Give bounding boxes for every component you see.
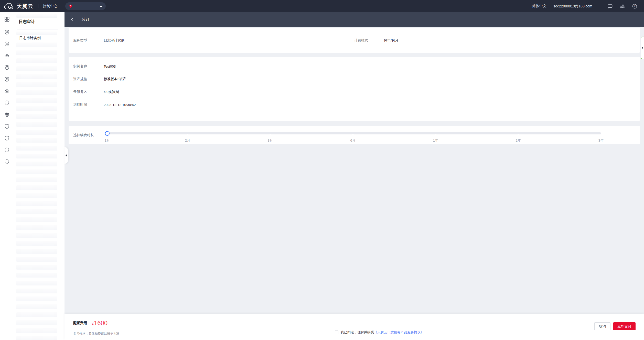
skeleton-row [16, 14, 57, 18]
skeleton-row [16, 328, 57, 333]
shield-cloud-icon-2[interactable] [4, 65, 10, 70]
slider-tick-dot [270, 134, 271, 135]
service-type-value: 日志审计实例 [104, 38, 124, 43]
shield-cloud-icon[interactable] [4, 29, 10, 35]
apps-grid-icon[interactable] [0, 12, 14, 26]
chevron-left-icon [66, 154, 67, 157]
agreement-link[interactable]: 《天翼云日志服务产品服务协议》 [374, 330, 424, 335]
back-button[interactable] [70, 17, 75, 22]
skeleton-row [16, 58, 57, 63]
right-panel-handle[interactable] [641, 37, 644, 59]
skeleton-row [16, 130, 57, 135]
navbar-right: 简体中文 sec22080013@163.com ? [532, 4, 637, 9]
skeleton-row [16, 162, 57, 166]
skeleton-row [16, 90, 57, 95]
audit-target-icon[interactable] [4, 112, 10, 118]
icon-rail [0, 12, 14, 340]
skeleton-row [16, 225, 57, 230]
service-type-field: 服务类型 日志审计实例 [73, 38, 354, 43]
skeleton-row [16, 106, 57, 111]
shield-icon-3[interactable] [4, 135, 10, 141]
cloud-region-row: 云服务区 4.0实验局 [73, 86, 635, 98]
shield-icon-2[interactable] [4, 124, 10, 129]
skeleton-row [16, 114, 57, 119]
cloud-region-label: 云服务区 [73, 90, 104, 94]
tick-label-2year[interactable]: 2年 [516, 138, 521, 143]
agreement-row: 我已阅读，理解并接受 《天翼云日志服务产品服务协议》 [335, 330, 424, 335]
slider-track[interactable] [105, 132, 601, 134]
skeleton-row [16, 82, 57, 87]
shield-icon[interactable] [4, 100, 10, 106]
skeleton-row [16, 169, 57, 174]
skeleton-row [16, 312, 57, 317]
help-icon[interactable]: ? [632, 4, 637, 9]
cost-row: 配置费用 ¥ 1600 [73, 319, 108, 327]
skeleton-row [16, 249, 57, 254]
slider-handle[interactable] [105, 131, 110, 136]
cost-note: 参考价格，具体扣费请以账单为准 [73, 332, 119, 336]
shield-icon-4[interactable] [4, 147, 10, 153]
billing-mode-value: 包年/包月 [384, 38, 399, 43]
skeleton-row [16, 336, 57, 340]
tick-label-2month[interactable]: 2月 [185, 138, 190, 143]
tick-label-6month[interactable]: 6月 [350, 138, 356, 143]
tick-label-1year[interactable]: 1年 [433, 138, 438, 143]
skeleton-row [16, 31, 57, 35]
asset-spec-row: 资产规格 标准版本5资产 [73, 73, 635, 86]
expire-time-value: 2023-12-12 10:30:42 [104, 103, 136, 107]
settings-sliders-icon[interactable] [620, 4, 625, 9]
expire-time-row: 到期时间 2023-12-12 10:30:42 [73, 98, 635, 111]
service-type-card: 服务类型 日志审计实例 计费模式 包年/包月 [69, 28, 640, 53]
duration-slider: 1月 2月 3月 6月 1年 2年 3年 [105, 131, 601, 136]
sidebar-divider [17, 29, 58, 29]
sidebar-title: 日志审计 [19, 19, 35, 25]
cloud-eye-icon[interactable] [4, 53, 10, 59]
price-currency: ¥ [92, 322, 94, 326]
instance-name-row: 实例名称 Test003 [73, 60, 635, 73]
duration-label: 选择续费时长 [73, 133, 94, 137]
tick-label-3year[interactable]: 3年 [598, 138, 604, 143]
account-email[interactable]: sec22080013@163.com [553, 4, 592, 8]
renew-duration-card: 选择续费时长 1月 2月 3月 6月 1年 2年 3年 [69, 126, 640, 144]
cost-label: 配置费用 [73, 321, 87, 325]
asset-spec-label: 资产规格 [73, 77, 104, 81]
shield-server-icon[interactable] [4, 41, 10, 47]
skeleton-row [16, 74, 57, 79]
slider-tick-dot [518, 134, 519, 135]
cloud-box-icon[interactable] [4, 88, 10, 94]
skeleton-row [16, 66, 57, 71]
skeleton-row [16, 273, 57, 278]
skeleton-row [16, 154, 57, 158]
secondary-sidebar: 日志审计 日志审计实例 [14, 12, 65, 340]
chevron-left-icon [642, 47, 643, 49]
billing-mode-field: 计费模式 包年/包月 [354, 38, 635, 43]
skeleton-row [16, 289, 57, 293]
shield-user-icon[interactable] [4, 77, 10, 82]
sidebar-collapse-handle[interactable] [65, 147, 68, 164]
asset-spec-value: 标准版本5资产 [104, 77, 126, 81]
skeleton-row [16, 257, 57, 262]
skeleton-row [16, 209, 57, 214]
region-selector[interactable] [65, 2, 106, 10]
console-center-link[interactable]: 控制中心 [43, 4, 57, 8]
tick-label-3month[interactable]: 3月 [267, 138, 273, 143]
payment-footer: 配置费用 ¥ 1600 参考价格，具体扣费请以账单为准 我已阅读，理解并接受 《… [65, 314, 644, 340]
top-navbar: 天翼云 控制中心 简体中文 sec22080013@163.com [0, 0, 644, 12]
page-title: 续订 [82, 17, 89, 22]
skeleton-row [16, 146, 57, 151]
pay-now-button[interactable]: 立即支付 [613, 322, 636, 330]
sidebar-item-log-audit-instance[interactable]: 日志审计实例 [14, 35, 65, 41]
cancel-button[interactable]: 取消 [594, 322, 610, 330]
skeleton-row [16, 320, 57, 325]
agreement-checkbox[interactable] [335, 331, 338, 334]
language-switcher[interactable]: 简体中文 [532, 4, 546, 8]
skeleton-row [16, 138, 57, 143]
svg-text:?: ? [634, 5, 636, 8]
skeleton-row [16, 304, 57, 309]
skeleton-row [16, 296, 57, 301]
shield-icon-5[interactable] [4, 159, 10, 165]
message-icon[interactable] [607, 4, 613, 9]
breadcrumb-divider [78, 18, 78, 22]
tick-label-1month[interactable]: 1月 [104, 138, 110, 143]
instance-name-label: 实例名称 [73, 64, 104, 69]
